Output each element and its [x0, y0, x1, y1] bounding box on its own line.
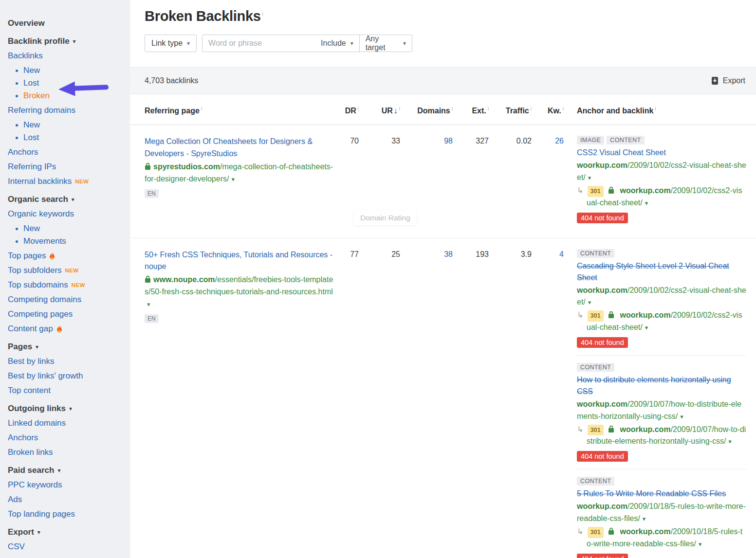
column-header-domains[interactable]: Domainsi [400, 106, 453, 115]
any-target-label: Any target [366, 35, 399, 52]
chevron-down-icon[interactable]: ▾ [231, 176, 235, 183]
sidebar-item-best-by-links[interactable]: Best by links [8, 356, 125, 367]
export-download-icon [711, 76, 719, 85]
sidebar-item-paid-search[interactable]: Paid search▾ [8, 465, 125, 476]
word-filter-group: Include ▾ Any target ▾ [202, 35, 412, 52]
sort-desc-icon: ↓ [394, 107, 398, 115]
chevron-down-icon[interactable]: ▾ [699, 540, 702, 548]
column-header-kw[interactable]: Kw.i [532, 106, 564, 115]
sidebar-item-top-landing-pages[interactable]: Top landing pages [8, 509, 125, 520]
backlink-type-badges: IMAGECONTENT [577, 136, 746, 144]
sidebar-item-organic-keywords[interactable]: Organic keywords [8, 209, 125, 219]
sidebar-item-backlink-profile[interactable]: Backlink profile▾ [8, 36, 125, 47]
column-header-label: Ext. [472, 107, 486, 115]
chevron-down-icon[interactable]: ▾ [588, 174, 591, 181]
sidebar-item-new[interactable]: New [16, 223, 125, 234]
sidebar-item-overview[interactable]: Overview [8, 18, 125, 29]
chevron-down-icon[interactable]: ▾ [645, 199, 648, 207]
referring-page-domain: spyrestudios.com [153, 162, 220, 171]
sidebar-item-label: PDF [8, 556, 24, 558]
anchor-text-link[interactable]: How to distribute elements horizontally … [577, 374, 746, 397]
referring-page-link[interactable]: Mega Collection Of Cheatsheets for Desig… [145, 136, 334, 160]
domains-link[interactable]: 98 [444, 137, 453, 145]
chevron-down-icon[interactable]: ▾ [643, 515, 646, 522]
anchor-text-link[interactable]: Cascading Style Sheet Level 2 Visual Che… [577, 260, 746, 284]
sidebar-item-broken-links[interactable]: Broken links [8, 447, 125, 458]
sidebar-item-lost[interactable]: Lost [16, 132, 125, 143]
sidebar-item-competing-pages[interactable]: Competing pages [8, 309, 125, 320]
chevron-down-icon: ▾ [403, 40, 406, 47]
status-badge-404: 404 not found [577, 554, 628, 558]
sidebar-item-label: Broken links [8, 447, 53, 458]
sidebar-item-export[interactable]: Export▾ [8, 527, 125, 538]
column-header-ur[interactable]: UR↓i [359, 106, 400, 115]
sidebar-item-movements[interactable]: Movements [16, 236, 125, 247]
export-button[interactable]: Export [711, 76, 745, 85]
column-header-traffic[interactable]: Traffici [489, 106, 532, 115]
backlink-type-badges: CONTENT [577, 477, 746, 486]
column-header-referring-page[interactable]: Referring pagei [145, 106, 334, 115]
backlink-url: woorkup.com/2009/10/02/css2-visual-cheat… [577, 160, 746, 184]
chevron-down-icon: ▾ [350, 40, 353, 47]
redirect-domain: woorkup.com [620, 425, 671, 433]
sidebar-item-label: Paid search [8, 465, 54, 476]
column-header-anchor-and-backlink[interactable]: Anchor and backlinki [564, 106, 746, 115]
sidebar-item-csv[interactable]: CSV [8, 541, 125, 552]
chevron-down-icon: ▾ [72, 194, 74, 205]
column-header-dr[interactable]: DRi [334, 106, 359, 115]
sidebar-item-competing-domains[interactable]: Competing domains [8, 294, 125, 305]
sidebar-item-organic-search[interactable]: Organic search▾ [8, 194, 125, 205]
sidebar-item-label: Referring domains [8, 105, 75, 116]
sidebar-item-label: Anchors [8, 432, 38, 443]
kw-link[interactable]: 26 [555, 137, 564, 145]
sidebar-item-label: Best by links' growth [8, 371, 83, 381]
sidebar-item-new[interactable]: New [16, 65, 125, 76]
link-type-label: Link type [151, 39, 183, 48]
chevron-down-icon[interactable]: ▾ [147, 301, 150, 308]
type-badge-content: CONTENT [607, 136, 644, 144]
sidebar-item-top-content[interactable]: Top content [8, 385, 125, 396]
sidebar-item-internal-backlinks[interactable]: Internal backlinksNEW [8, 176, 125, 187]
sidebar-item-broken[interactable]: Broken [16, 90, 125, 101]
sidebar-item-best-by-links-growth[interactable]: Best by links' growth [8, 371, 125, 381]
link-type-dropdown[interactable]: Link type ▾ [145, 35, 197, 52]
sidebar-item-ads[interactable]: Ads [8, 494, 125, 505]
include-dropdown[interactable]: Include ▾ [315, 35, 359, 52]
any-target-dropdown[interactable]: Any target ▾ [360, 35, 412, 52]
sidebar-item-content-gap[interactable]: Content gap [8, 324, 125, 334]
backlink-block: CONTENTCascading Style Sheet Level 2 Vis… [577, 249, 746, 348]
sidebar-item-anchors[interactable]: Anchors [8, 432, 125, 443]
domains-link[interactable]: 38 [444, 250, 453, 258]
referring-page-link[interactable]: 50+ Fresh CSS Techniques, Tutorials and … [145, 249, 334, 273]
sidebar-item-top-pages[interactable]: Top pages [8, 251, 125, 261]
backlink-url: woorkup.com/2009/10/18/5-rules-to-write-… [577, 501, 746, 525]
redirect-line: ↳ 301 → woorkup.com/2009/10/07/how-to-di… [577, 424, 746, 448]
sidebar-item-referring-domains[interactable]: Referring domains [8, 105, 125, 116]
sidebar-item-new[interactable]: New [16, 120, 125, 130]
sidebar-item-outgoing-links[interactable]: Outgoing links▾ [8, 403, 125, 414]
sidebar-item-backlinks[interactable]: Backlinks [8, 51, 125, 61]
anchor-text-link[interactable]: CSS2 Visual Cheat Sheet [577, 147, 746, 159]
chevron-down-icon: ▾ [37, 527, 40, 538]
sidebar-item-pdf[interactable]: PDF [8, 556, 125, 558]
chevron-down-icon[interactable]: ▾ [680, 413, 683, 420]
redirect-line: ↳ 301 → woorkup.com/2009/10/18/5-rules-t… [577, 526, 746, 550]
info-icon: i [201, 106, 202, 111]
column-header-ext[interactable]: Ext.i [453, 106, 489, 115]
anchor-text-link[interactable]: 5 Rules To Write More Readable CSS Files [577, 488, 746, 500]
table-row: 50+ Fresh CSS Techniques, Tutorials and … [130, 238, 756, 558]
sidebar-item-ppc-keywords[interactable]: PPC keywords [8, 480, 125, 490]
kw-link[interactable]: 4 [559, 250, 564, 258]
sidebar-item-linked-domains[interactable]: Linked domains [8, 418, 125, 429]
chevron-down-icon: ▾ [36, 342, 38, 352]
sidebar-item-top-subdomains[interactable]: Top subdomainsNEW [8, 280, 125, 290]
chevron-down-icon[interactable]: ▾ [588, 299, 591, 306]
sidebar-item-referring-ips[interactable]: Referring IPs [8, 162, 125, 172]
sidebar-item-top-subfolders[interactable]: Top subfoldersNEW [8, 265, 125, 276]
chevron-down-icon[interactable]: ▾ [728, 438, 732, 445]
word-or-phrase-input[interactable] [203, 35, 315, 52]
sidebar-item-anchors[interactable]: Anchors [8, 147, 125, 158]
chevron-down-icon[interactable]: ▾ [645, 324, 648, 331]
sidebar-item-lost[interactable]: Lost [16, 78, 125, 89]
sidebar-item-pages[interactable]: Pages▾ [8, 342, 125, 352]
